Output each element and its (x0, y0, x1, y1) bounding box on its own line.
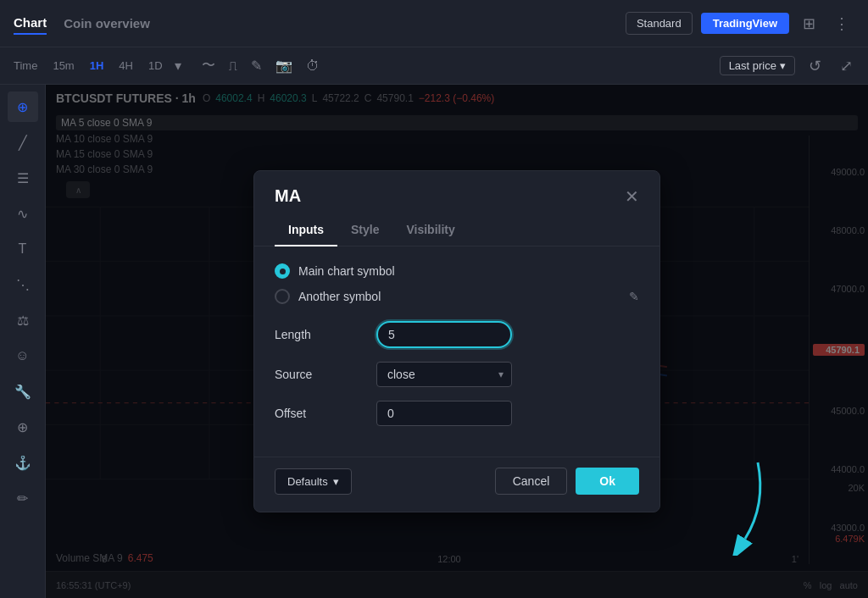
modal-dialog: MA ✕ Inputs Style Visibility Main chart (253, 170, 660, 512)
defaults-button[interactable]: Defaults ▾ (275, 468, 352, 495)
tab-inputs[interactable]: Inputs (275, 216, 337, 246)
left-sidebar: ⊕ ╱ ☰ ∿ T ⋱ ⚖ ☺ 🔧 ⊕ ⚓ ✏ (0, 85, 46, 598)
source-label: Source (275, 368, 376, 381)
grid-icon-button[interactable]: ⊞ (798, 11, 821, 36)
nav-right: Standard TradingView ⊞ ⋮ (626, 11, 854, 36)
pencil-icon[interactable]: ✎ (251, 58, 262, 74)
modal-overlay: MA ✕ Inputs Style Visibility Main chart (46, 85, 868, 598)
crosshair-tool[interactable]: ⊕ (8, 91, 38, 122)
ok-button[interactable]: Ok (576, 468, 639, 495)
dropdown-icon[interactable]: ▾ (175, 58, 181, 74)
defaults-chevron: ▾ (333, 475, 339, 488)
main-chart-radio[interactable] (275, 263, 290, 279)
offset-row: Offset (275, 401, 639, 426)
modal-header: MA ✕ (254, 171, 659, 206)
another-symbol-radio[interactable] (275, 289, 290, 304)
chart-area: BTCUSDT FUTURES · 1h O 46002.4 H 46020.3… (46, 85, 868, 598)
last-price-button[interactable]: Last price ▾ (720, 56, 795, 75)
time-button[interactable]: Time (10, 58, 41, 74)
last-price-chevron: ▾ (780, 59, 786, 72)
tab-style[interactable]: Style (337, 216, 392, 246)
defaults-label: Defaults (287, 475, 328, 488)
standard-button[interactable]: Standard (626, 12, 693, 35)
fullscreen-icon[interactable]: ⤢ (835, 53, 858, 79)
line-chart-icon[interactable]: 〜 (202, 57, 215, 75)
1d-button[interactable]: 1D (145, 58, 166, 74)
more-icon-button[interactable]: ⋮ (829, 11, 854, 36)
toolbar-right: Last price ▾ ↺ ⤢ (720, 53, 858, 79)
toolbar: Time 15m 1H 4H 1D ▾ 〜 ⎍ ✎ 📷 ⏱ Last price… (0, 47, 868, 85)
modal-tabs: Inputs Style Visibility (254, 206, 659, 246)
toolbar-left: Time 15m 1H 4H 1D ▾ (10, 58, 181, 74)
bar-chart-icon[interactable]: ⎍ (229, 58, 237, 74)
modal-close-button[interactable]: ✕ (625, 188, 639, 205)
length-label: Length (275, 328, 376, 341)
horizontal-line-tool[interactable]: ☰ (8, 163, 38, 193)
another-symbol-edit-icon[interactable]: ✎ (629, 290, 639, 303)
main-chart-symbol-option[interactable]: Main chart symbol (275, 263, 639, 279)
zoom-tool[interactable]: ⊕ (8, 412, 38, 442)
tab-visibility[interactable]: Visibility (392, 216, 468, 246)
length-row: Length (275, 321, 639, 348)
smile-tool[interactable]: ☺ (8, 341, 38, 371)
line-tool[interactable]: ╱ (8, 127, 38, 158)
camera-icon[interactable]: 📷 (275, 58, 292, 74)
offset-input[interactable] (376, 401, 512, 426)
main-chart-label: Main chart symbol (298, 264, 395, 278)
modal-body: Main chart symbol Another symbol ✎ Lengt… (254, 246, 659, 457)
curve-tool[interactable]: ∿ (8, 198, 38, 229)
toolbar-icons: 〜 ⎍ ✎ 📷 ⏱ (202, 57, 320, 75)
modal-footer: Defaults ▾ Cancel Ok (254, 457, 659, 512)
main-area: ⊕ ╱ ☰ ∿ T ⋱ ⚖ ☺ 🔧 ⊕ ⚓ ✏ BTCUSDT FUTURES … (0, 85, 868, 598)
another-symbol-label: Another symbol (298, 290, 381, 303)
pen-tool[interactable]: ✏ (8, 483, 38, 513)
clock-refresh-icon[interactable]: ↺ (804, 53, 826, 79)
ruler-tool[interactable]: 🔧 (8, 376, 38, 407)
source-select[interactable]: close open high low hl2 hlc3 ohlc4 (376, 362, 512, 387)
cancel-button[interactable]: Cancel (495, 468, 568, 495)
measure-tool[interactable]: ⚖ (8, 305, 38, 335)
tradingview-button[interactable]: TradingView (701, 13, 789, 34)
1h-button[interactable]: 1H (86, 58, 108, 74)
node-tool[interactable]: ⋱ (8, 269, 38, 300)
length-input[interactable] (376, 321, 512, 348)
clock-icon[interactable]: ⏱ (306, 58, 320, 74)
tab-chart[interactable]: Chart (14, 12, 47, 35)
top-nav: Chart Coin overview Standard TradingView… (0, 0, 868, 47)
last-price-label: Last price (729, 59, 776, 72)
source-select-wrapper: close open high low hl2 hlc3 ohlc4 (376, 362, 512, 387)
nav-left: Chart Coin overview (14, 12, 150, 35)
arrow-annotation (707, 454, 775, 556)
source-row: Source close open high low hl2 hlc3 ohlc… (275, 362, 639, 387)
anchor-tool[interactable]: ⚓ (8, 447, 38, 478)
4h-button[interactable]: 4H (115, 58, 136, 74)
modal-title: MA (275, 186, 301, 206)
footer-right: Cancel Ok (495, 468, 639, 495)
15m-button[interactable]: 15m (49, 58, 77, 74)
symbol-radio-group: Main chart symbol Another symbol ✎ (275, 263, 639, 304)
tab-coin-overview[interactable]: Coin overview (64, 13, 150, 34)
offset-label: Offset (275, 407, 376, 420)
another-symbol-option[interactable]: Another symbol ✎ (275, 289, 639, 304)
text-tool[interactable]: T (8, 234, 38, 264)
